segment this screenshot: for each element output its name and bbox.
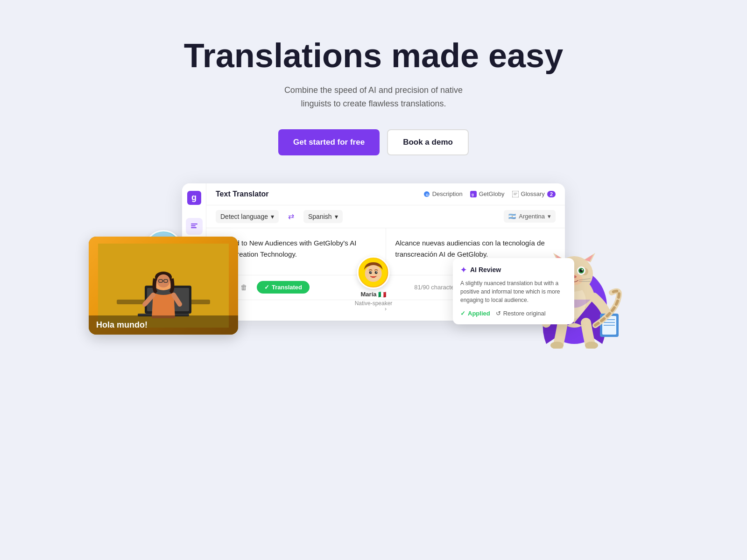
svg-point-37 [369, 271, 372, 274]
ai-review-card: ✦ AI Review A slightly nuanced translati… [453, 258, 574, 324]
translated-badge: ✓ Translated [257, 281, 310, 294]
svg-rect-21 [191, 227, 197, 228]
svg-rect-20 [191, 225, 196, 226]
source-lang-chevron: ▾ [271, 213, 274, 220]
sidebar-logo: g [187, 191, 201, 205]
swap-languages-button[interactable]: ⇄ [288, 212, 294, 221]
linguist-role: Native-speaker [355, 300, 393, 307]
app-window: María 🇪🇸 Manager [182, 183, 565, 321]
glossary-action[interactable]: Glossary 2 [512, 190, 556, 197]
target-language-selector[interactable]: Spanish ▾ [303, 210, 343, 223]
photo-card: Hola mundo! [89, 237, 238, 335]
description-label: Description [432, 190, 463, 197]
description-action[interactable]: G Description [423, 190, 463, 197]
delete-icon[interactable]: 🗑 [236, 280, 251, 295]
getgloby-action[interactable]: g GetGloby [470, 190, 505, 197]
svg-point-40 [376, 272, 377, 273]
photo-caption: Hola mundo! [89, 315, 238, 335]
glossary-badge: 2 [547, 191, 556, 197]
svg-point-38 [375, 271, 378, 274]
applied-check-icon: ✓ [460, 310, 465, 317]
region-flag: 🇦🇷 [508, 213, 516, 220]
ai-review-text: A slightly nuanced translation but with … [460, 279, 567, 304]
region-selector[interactable]: 🇦🇷 Argentina ▾ [504, 210, 556, 223]
ai-review-actions: ✓ Applied ↺ Restore original [460, 310, 567, 317]
svg-text:g: g [472, 192, 474, 196]
checkmark-icon: ✓ [264, 284, 269, 291]
restore-icon: ↺ [496, 310, 501, 317]
sidebar-icon-text[interactable] [186, 218, 203, 235]
source-text[interactable]: Expand to New Audiences with GetGloby's … [216, 238, 376, 260]
target-lang-label: Spanish [308, 213, 332, 220]
source-lang-label: Detect language [220, 213, 268, 220]
applied-button[interactable]: ✓ Applied [460, 310, 490, 317]
getgloby-label: GetGloby [479, 190, 505, 197]
linguist-name: María 🇮🇹 [361, 291, 387, 298]
svg-rect-32 [512, 191, 519, 197]
source-language-selector[interactable]: Detect language ▾ [216, 210, 279, 223]
hero-title: Translations made easy [184, 37, 563, 74]
svg-text:G: G [426, 193, 429, 197]
ai-review-title: AI Review [470, 266, 501, 273]
linguist-card: María 🇮🇹 Native-speaker [355, 256, 393, 307]
svg-point-64 [582, 269, 583, 270]
region-chevron: ▾ [548, 213, 551, 220]
region-label: Argentina [519, 213, 545, 220]
get-started-button[interactable]: Get started for free [278, 129, 380, 155]
svg-rect-19 [191, 224, 197, 224]
restore-label: Restore original [503, 310, 546, 317]
top-bar-actions: G Description g GetGloby Glossary 2 [423, 190, 556, 197]
ai-star-icon: ✦ [460, 266, 466, 274]
svg-point-39 [371, 272, 372, 273]
top-bar: Text Translator G Description g GetGloby… [206, 183, 565, 205]
book-demo-button[interactable]: Book a demo [387, 129, 469, 155]
app-title: Text Translator [216, 190, 269, 198]
linguist-avatar-circle [357, 256, 390, 289]
glossary-label: Glossary [521, 190, 545, 197]
ai-review-header: ✦ AI Review [460, 266, 567, 274]
target-lang-chevron: ▾ [335, 213, 338, 220]
cta-buttons: Get started for free Book a demo [278, 129, 469, 155]
applied-label: Applied [468, 310, 490, 317]
restore-button[interactable]: ↺ Restore original [496, 310, 546, 317]
hero-subtitle: Combine the speed of AI and precision of… [280, 84, 467, 111]
translator-bar: Detect language ▾ ⇄ Spanish ▾ 🇦🇷 Argenti… [206, 205, 565, 228]
